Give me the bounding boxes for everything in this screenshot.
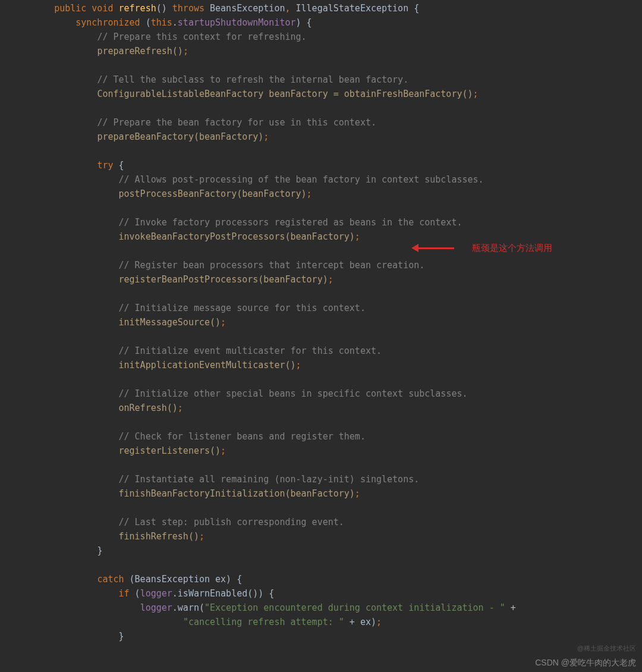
code-line[interactable]: } [33,544,642,558]
code-line[interactable] [33,558,642,572]
code-line[interactable] [33,415,642,429]
code-line[interactable]: prepareBeanFactory(beanFactory); [33,130,642,144]
code-line[interactable]: try { [33,158,642,172]
code-line[interactable]: // Prepare the bean factory for use in t… [33,115,642,130]
code-line[interactable] [33,458,642,472]
code-line[interactable]: // Check for listener beans and register… [33,429,642,444]
code-line[interactable]: // Last step: publish corresponding even… [33,515,642,529]
code-line[interactable]: registerListeners(); [33,444,642,458]
code-line[interactable]: postProcessBeanFactory(beanFactory); [33,187,642,201]
code-line[interactable]: } [33,629,642,643]
code-line[interactable]: registerBeanPostProcessors(beanFactory); [33,272,642,287]
code-line[interactable]: // Instantiate all remaining (non-lazy-i… [33,472,642,486]
code-line[interactable] [33,58,642,73]
code-line[interactable]: initApplicationEventMulticaster(); [33,358,642,372]
code-line[interactable]: "cancelling refresh attempt: " + ex); [33,615,642,629]
code-line[interactable]: ConfigurableListableBeanFactory beanFact… [33,87,642,101]
code-line[interactable]: // Invoke factory processors registered … [33,215,642,230]
code-line[interactable] [33,101,642,115]
code-line[interactable]: finishRefresh(); [33,529,642,544]
annotation-text: 瓶颈是这个方法调用 [472,241,552,255]
code-line[interactable] [33,501,642,515]
code-line[interactable]: // Register bean processors that interce… [33,258,642,272]
code-line[interactable]: // Initialize message source for this co… [33,301,642,315]
code-line[interactable] [33,144,642,158]
code-line[interactable]: onRefresh(); [33,401,642,415]
watermark-juejin: @稀土掘金技术社区 [577,643,636,654]
watermark-csdn: CSDN @爱吃牛肉的大老虎 [535,656,636,669]
code-line[interactable] [33,329,642,344]
arrow-line-icon [418,247,454,249]
code-editor[interactable]: public void refresh() throws BeansExcept… [0,0,642,643]
code-line[interactable]: // Initialize event multicaster for this… [33,344,642,358]
code-line[interactable] [33,372,642,387]
code-line[interactable]: finishBeanFactoryInitialization(beanFact… [33,486,642,501]
code-line[interactable]: prepareRefresh(); [33,44,642,58]
annotation-arrow: 瓶颈是这个方法调用 [411,241,552,255]
code-line[interactable]: // Tell the subclass to refresh the inte… [33,73,642,87]
code-line[interactable]: // Allows post-processing of the bean fa… [33,172,642,187]
code-line[interactable]: // Prepare this context for refreshing. [33,30,642,44]
code-line[interactable]: logger.warn("Exception encountered durin… [33,601,642,615]
code-line[interactable] [33,201,642,215]
code-line[interactable]: if (logger.isWarnEnabled()) { [33,586,642,601]
arrow-head-icon [411,244,418,252]
code-line[interactable]: synchronized (this.startupShutdownMonito… [33,15,642,30]
code-line[interactable]: // Initialize other special beans in spe… [33,387,642,401]
code-line[interactable]: initMessageSource(); [33,315,642,329]
code-line[interactable] [33,287,642,301]
code-line[interactable]: catch (BeansException ex) { [33,572,642,586]
code-line[interactable]: public void refresh() throws BeansExcept… [33,1,642,15]
